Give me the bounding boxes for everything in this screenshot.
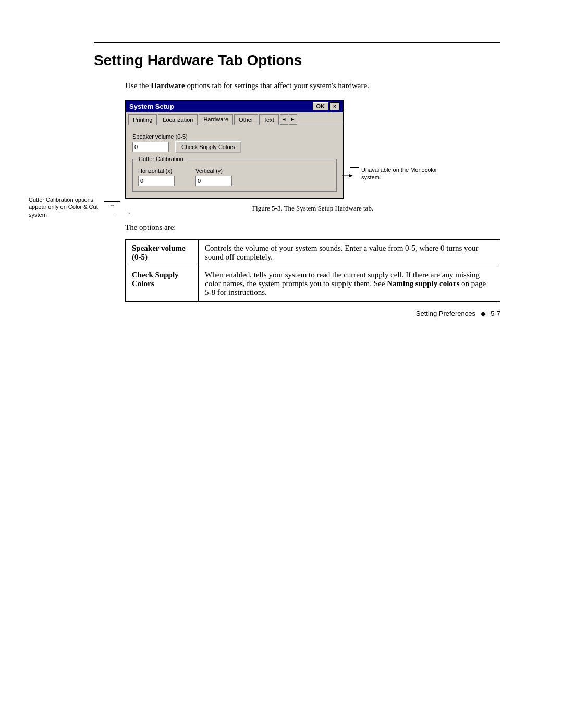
desc-speaker-text: Controls the volume of your system sound… xyxy=(205,244,479,261)
intro-bold: Hardware xyxy=(151,81,185,90)
close-button[interactable]: × xyxy=(329,102,340,110)
speaker-label: Speaker volume (0-5) xyxy=(132,133,337,140)
ok-button[interactable]: OK xyxy=(313,102,329,110)
table-row: Speaker volume (0-5) Controls the volume… xyxy=(126,240,500,266)
intro-rest: options tab for settings that affect you… xyxy=(187,81,369,90)
table-row: Check Supply Colors When enabled, tells … xyxy=(126,266,500,302)
tab-localization[interactable]: Localization xyxy=(158,114,198,125)
desc-bold: Naming supply colors xyxy=(387,279,459,288)
speaker-input[interactable] xyxy=(132,142,169,152)
system-setup-dialog: System Setup OK × Printing Localization … xyxy=(125,100,344,199)
left-annotation: Cutter Calibration options appear only o… xyxy=(29,196,120,218)
footer-left: Setting Preferences xyxy=(416,310,475,317)
speaker-controls: Check Supply Colors xyxy=(132,141,337,153)
desc-check-supply-text: When enabled, tells your system to read … xyxy=(205,270,486,297)
term-speaker-text: Speaker volume (0-5) xyxy=(132,244,186,261)
left-annotation-text: Cutter Calibration options appear only o… xyxy=(29,196,102,218)
page-title: Setting Hardware Tab Options xyxy=(94,52,500,69)
tab-other[interactable]: Other xyxy=(234,114,258,125)
horizontal-label: Horizontal (x) xyxy=(138,168,175,174)
right-annotation: Unavailable on the Monocolor system. xyxy=(350,166,439,181)
cutter-fields: Horizontal (x) Vertical (y) xyxy=(138,168,331,186)
term-check-supply: Check Supply Colors xyxy=(126,266,199,302)
dialog-title: System Setup xyxy=(129,103,174,110)
speaker-row: Speaker volume (0-5) Check Supply Colors xyxy=(132,133,337,153)
cutter-legend: Cutter Calibration xyxy=(137,156,185,162)
tab-scroll-right[interactable]: ► xyxy=(289,114,297,125)
term-check-supply-text: Check Supply Colors xyxy=(132,270,179,288)
vertical-input[interactable] xyxy=(195,176,232,186)
horizontal-input[interactable] xyxy=(138,176,175,186)
dialog-body: Speaker volume (0-5) Check Supply Colors… xyxy=(126,125,343,198)
vertical-field: Vertical (y) xyxy=(195,168,232,186)
dialog-tabs: Printing Localization Hardware Other Tex… xyxy=(126,112,343,125)
tab-printing[interactable]: Printing xyxy=(128,114,157,125)
term-speaker: Speaker volume (0-5) xyxy=(126,240,199,266)
tab-scroll-left[interactable]: ◄ xyxy=(280,114,288,125)
right-arrow-indicator xyxy=(342,170,353,179)
cutter-calibration-group: Cutter Calibration Horizontal (x) Vertic… xyxy=(132,159,337,192)
footer-right: 5-7 xyxy=(491,310,500,317)
check-supply-button[interactable]: Check Supply Colors xyxy=(175,141,241,153)
tab-hardware[interactable]: Hardware xyxy=(199,114,233,125)
desc-check-supply: When enabled, tells your system to read … xyxy=(199,266,500,302)
right-annotation-text: Unavailable on the Monocolor system. xyxy=(361,166,439,181)
horizontal-field: Horizontal (x) xyxy=(138,168,175,186)
desc-speaker: Controls the volume of your system sound… xyxy=(199,240,500,266)
tab-scroll-buttons: ◄ ► xyxy=(280,114,297,125)
tab-text[interactable]: Text xyxy=(259,114,279,125)
options-table: Speaker volume (0-5) Controls the volume… xyxy=(125,239,500,302)
figure-caption: Figure 5-3. The System Setup Hardware ta… xyxy=(125,204,500,213)
titlebar-buttons: OK × xyxy=(313,102,340,110)
intro-paragraph: Use the Hardware options tab for setting… xyxy=(125,81,500,90)
vertical-label: Vertical (y) xyxy=(195,168,232,174)
svg-marker-1 xyxy=(349,174,353,177)
page-footer: Setting Preferences ◆ 5-7 xyxy=(416,310,500,317)
options-text: The options are: xyxy=(125,223,500,232)
left-arrow-indicator: → xyxy=(115,209,131,217)
footer-bullet: ◆ xyxy=(481,310,486,317)
dialog-titlebar: System Setup OK × xyxy=(126,101,343,112)
